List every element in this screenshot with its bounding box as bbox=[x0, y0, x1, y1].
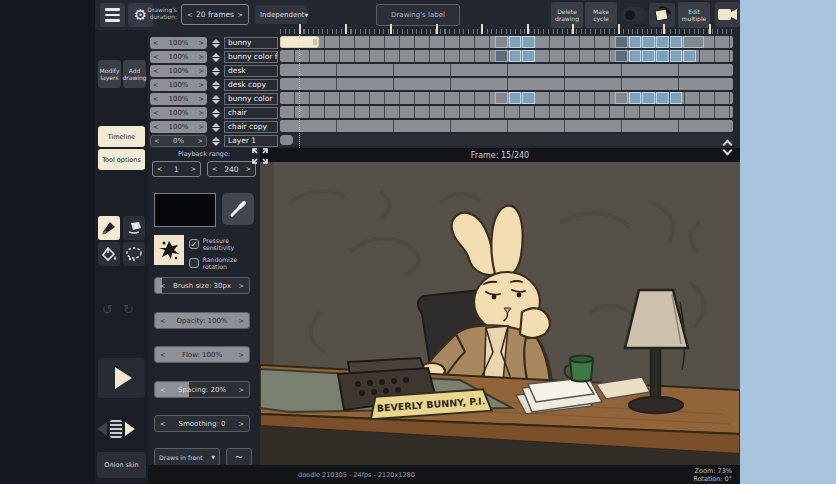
timeline-cell[interactable] bbox=[683, 50, 696, 62]
filmstrip-icon[interactable] bbox=[109, 419, 123, 439]
timeline-cell[interactable] bbox=[670, 36, 683, 48]
timeline-ruler[interactable] bbox=[280, 24, 733, 34]
drawing-canvas[interactable]: BEVERLY BUNNY, P.I. bbox=[260, 162, 740, 465]
flip-toggle-icon[interactable] bbox=[622, 7, 646, 22]
timeline-cell[interactable] bbox=[642, 50, 655, 62]
flow-slider[interactable]: <Flow: 100%> bbox=[154, 346, 250, 363]
timeline-cell[interactable] bbox=[522, 50, 535, 62]
timeline-cell[interactable] bbox=[670, 92, 683, 104]
layer-opacity-stepper[interactable]: <100%> bbox=[150, 51, 207, 63]
timeline-cell[interactable] bbox=[495, 50, 508, 62]
step-forward-icon[interactable] bbox=[125, 422, 135, 436]
fullscreen-icon[interactable] bbox=[252, 148, 268, 168]
timeline-row[interactable] bbox=[280, 36, 733, 48]
timeline-cell[interactable] bbox=[509, 36, 522, 48]
timeline-cell[interactable] bbox=[495, 36, 508, 48]
drawings-label-button[interactable]: Drawing's label bbox=[376, 4, 460, 26]
brush-tool-button[interactable] bbox=[98, 216, 120, 240]
timeline-cell[interactable] bbox=[522, 36, 535, 48]
tab-timeline[interactable]: Timeline bbox=[98, 126, 145, 147]
timeline-cell[interactable] bbox=[522, 92, 535, 104]
layer-opacity-stepper[interactable]: <100%> bbox=[150, 121, 207, 133]
layer-reorder-icon[interactable] bbox=[210, 65, 221, 77]
pressure-checkbox[interactable]: ✓ bbox=[189, 239, 199, 249]
layer-reorder-icon[interactable] bbox=[210, 51, 221, 63]
timeline-cell[interactable] bbox=[656, 92, 669, 104]
layer-name[interactable]: Layer 1 bbox=[224, 135, 278, 147]
timeline-row[interactable] bbox=[280, 92, 733, 104]
timeline-row[interactable] bbox=[280, 106, 733, 118]
undo-icon[interactable]: ↺ bbox=[102, 302, 113, 317]
opacity-slider[interactable]: <Opacity: 100%> bbox=[154, 312, 250, 329]
timeline-cell[interactable] bbox=[495, 92, 508, 104]
layer-reorder-icon[interactable] bbox=[210, 37, 221, 49]
playback-end-stepper[interactable]: <240> bbox=[207, 161, 256, 177]
layer-name[interactable]: bunny color bbox=[224, 93, 278, 105]
menu-icon[interactable] bbox=[100, 3, 125, 27]
duration-stepper[interactable]: < 20 frames > bbox=[181, 4, 249, 25]
lasso-tool-button[interactable] bbox=[123, 242, 145, 266]
timeline-cell[interactable] bbox=[642, 92, 655, 104]
timeline-cell[interactable] bbox=[683, 36, 703, 48]
timeline-grid[interactable] bbox=[280, 36, 733, 148]
timeline-cell[interactable] bbox=[670, 50, 683, 62]
layer-name[interactable]: bunny bbox=[224, 37, 278, 49]
step-back-icon[interactable] bbox=[97, 422, 107, 436]
timeline-cell[interactable] bbox=[629, 36, 642, 48]
redo-icon[interactable]: ↻ bbox=[123, 302, 134, 317]
draw-mode-dropdown[interactable]: Draws in front ▼ bbox=[154, 448, 220, 466]
timeline-row[interactable] bbox=[280, 78, 733, 90]
timeline-cell[interactable] bbox=[656, 50, 669, 62]
layer-name[interactable]: desk copy bbox=[224, 79, 278, 91]
layer-opacity-stepper[interactable]: <100%> bbox=[150, 107, 207, 119]
color-swatch[interactable] bbox=[154, 193, 216, 227]
layer-name[interactable]: desk bbox=[224, 65, 278, 77]
layer-reorder-icon[interactable] bbox=[210, 79, 221, 91]
playback-start-stepper[interactable]: <1> bbox=[152, 161, 201, 177]
smoothing-slider[interactable]: <Smoothing: 0> bbox=[154, 415, 250, 432]
timeline-row[interactable] bbox=[280, 50, 733, 62]
onion-skin-button[interactable]: Onion skin bbox=[97, 452, 146, 478]
timeline-cell[interactable] bbox=[509, 92, 522, 104]
layer-opacity-stepper[interactable]: <100%> bbox=[150, 79, 207, 91]
layer-reorder-icon[interactable] bbox=[210, 121, 221, 133]
eraser-tool-button[interactable] bbox=[123, 216, 145, 240]
timeline-cell[interactable] bbox=[615, 36, 628, 48]
timeline-cell[interactable] bbox=[615, 92, 628, 104]
brush-tip-preview[interactable] bbox=[154, 235, 184, 265]
spacing-slider[interactable]: <Spacing: 20%> bbox=[154, 381, 250, 398]
add-drawing-button[interactable]: Add drawing bbox=[123, 60, 146, 88]
timeline-row[interactable] bbox=[280, 120, 733, 132]
timeline-cell[interactable] bbox=[629, 50, 642, 62]
layer-name[interactable]: chair copy bbox=[224, 121, 278, 133]
timeline-cell[interactable] bbox=[509, 50, 522, 62]
chevron-down-icon[interactable] bbox=[722, 146, 732, 156]
timeline-cell[interactable] bbox=[615, 50, 628, 62]
fill-tool-button[interactable] bbox=[98, 242, 120, 266]
timeline-cell[interactable] bbox=[642, 36, 655, 48]
timeline-row[interactable] bbox=[280, 64, 733, 76]
color-picker-button[interactable] bbox=[222, 193, 254, 225]
layer-opacity-stepper[interactable]: <0%> bbox=[150, 135, 207, 147]
timeline-cell[interactable] bbox=[280, 135, 293, 145]
layer-name[interactable]: chair bbox=[224, 107, 278, 119]
randomize-checkbox[interactable] bbox=[189, 258, 199, 268]
play-button[interactable] bbox=[98, 358, 145, 398]
layer-reorder-icon[interactable] bbox=[210, 93, 221, 105]
timeline-collapse-control[interactable] bbox=[719, 139, 735, 161]
timeline-row[interactable] bbox=[280, 134, 733, 146]
modify-layers-button[interactable]: Modify layers bbox=[98, 60, 121, 88]
layer-reorder-icon[interactable] bbox=[210, 107, 221, 119]
independence-dropdown[interactable]: Independent ▼ bbox=[255, 5, 307, 24]
timeline-cell[interactable] bbox=[656, 36, 669, 48]
layer-opacity-stepper[interactable]: <100%> bbox=[150, 65, 207, 77]
layer-opacity-stepper[interactable]: <100%> bbox=[150, 37, 207, 49]
layer-reorder-icon[interactable] bbox=[210, 135, 221, 147]
layer-opacity-stepper[interactable]: <100%> bbox=[150, 93, 207, 105]
timeline-cell[interactable] bbox=[629, 92, 642, 104]
layer-name[interactable]: bunny color fg bbox=[224, 51, 278, 63]
brush-size-slider[interactable]: <Brush size: 30px> bbox=[154, 277, 250, 294]
stroke-stabilizer-button[interactable]: ~ bbox=[226, 448, 252, 466]
playhead[interactable] bbox=[299, 28, 300, 150]
tab-tool-options[interactable]: Tool options bbox=[98, 149, 145, 170]
